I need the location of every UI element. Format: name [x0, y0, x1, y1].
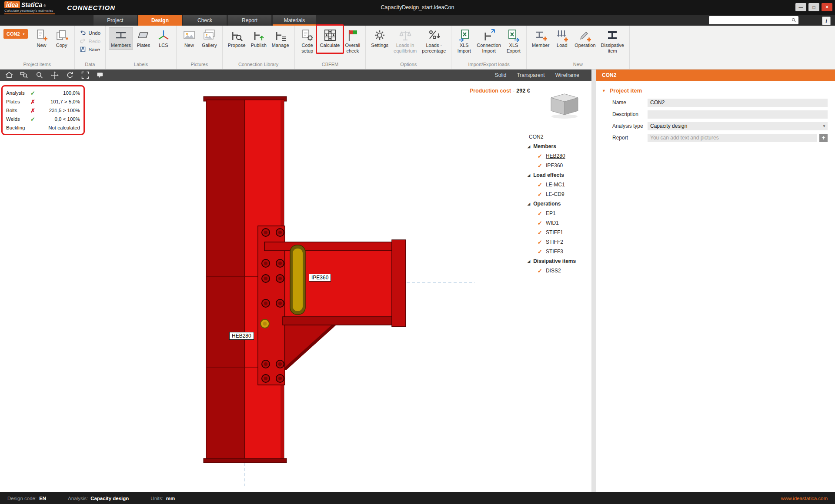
- check-icon: ✓: [538, 229, 542, 236]
- tree-group-load-effects[interactable]: ◢Load effects: [524, 170, 591, 180]
- ribbon-item-xls-import[interactable]: XLS Import: [454, 27, 474, 55]
- ribbon-item-member[interactable]: Member: [530, 27, 551, 50]
- tree-item-diss2[interactable]: ✓DISS2: [524, 266, 591, 275]
- fit-view-button[interactable]: [80, 70, 90, 80]
- ribbon-item-label: New: [184, 43, 194, 48]
- ribbon-item-new[interactable]: New: [32, 27, 51, 50]
- view-mode-solid[interactable]: Solid: [495, 72, 507, 78]
- ribbon-item-dissipative-item[interactable]: Dissipative item: [599, 27, 626, 55]
- panel-splitter[interactable]: [591, 70, 596, 492]
- ribbon-item-connection-import[interactable]: Connection Import: [474, 27, 503, 55]
- add-report-button[interactable]: +: [819, 134, 828, 142]
- ribbon-item-operation[interactable]: Operation: [572, 27, 598, 50]
- tree-item-stiff1[interactable]: ✓STIFF1: [524, 228, 591, 237]
- tab-project[interactable]: Project: [94, 15, 137, 26]
- tree-item-label: STIFF1: [546, 229, 563, 235]
- status-design-code: Design code:EN: [7, 496, 46, 501]
- document-title: CapacityDesign_start.ideaCon: [381, 4, 454, 10]
- navigation-cube[interactable]: [545, 91, 584, 122]
- ribbon-item-settings[interactable]: Settings: [369, 27, 391, 50]
- ideastatica-link[interactable]: www.ideastatica.com: [781, 496, 828, 501]
- connection-3d-model[interactable]: [0, 81, 591, 492]
- ribbon-item-loads-percentage[interactable]: Loads - percentage: [420, 27, 448, 55]
- tree-group-members[interactable]: ◢Members: [524, 142, 591, 151]
- ribbon-item-redo[interactable]: Redo: [78, 37, 103, 45]
- maximize-button[interactable]: □: [808, 3, 819, 11]
- ribbon-item-label: Operation: [574, 43, 595, 48]
- ribbon-group-title: Data: [78, 61, 103, 68]
- tree-item-ipe360[interactable]: ✓IPE360: [524, 161, 591, 170]
- check-icon: ✓: [538, 249, 542, 255]
- property-label: Analysis type: [612, 123, 648, 129]
- report-input[interactable]: You can add text and pictures: [648, 134, 817, 142]
- ribbon-item-propose[interactable]: Propose: [226, 27, 248, 50]
- tree-item-le-mc1[interactable]: ✓LE-MC1: [524, 180, 591, 189]
- tab-design[interactable]: Design: [138, 15, 182, 26]
- rotate-button[interactable]: [65, 70, 75, 80]
- analysis-row-bolts: Bolts✗231,5 > 100%: [6, 106, 80, 115]
- section-title: Project item: [610, 87, 642, 94]
- ribbon-item-xls-export[interactable]: XLS Export: [504, 27, 523, 55]
- ribbon-item-load[interactable]: Load: [552, 27, 571, 50]
- ribbon-item-plates[interactable]: Plates: [134, 27, 153, 50]
- analysis-row-label: Bolts: [6, 108, 30, 113]
- ribbon-item-copy[interactable]: Copy: [52, 27, 71, 50]
- statusbar: Design code:ENAnalysis:Capacity designUn…: [0, 492, 835, 504]
- home-icon: [5, 71, 13, 80]
- viewport-3d[interactable]: Analysis✓100,0%Plates✗101,7 > 5,0%Bolts✗…: [0, 81, 591, 492]
- tree-group-operations[interactable]: ◢Operations: [524, 199, 591, 209]
- pan-button[interactable]: [50, 70, 60, 80]
- ribbon-item-save[interactable]: Save: [78, 45, 102, 53]
- tree-item-stiff3[interactable]: ✓STIFF3: [524, 247, 591, 256]
- beam-label[interactable]: IPE360: [309, 274, 331, 282]
- view-mode-transparent[interactable]: Transparent: [517, 72, 544, 78]
- tree-group-dissipative-items[interactable]: ◢Dissipative items: [524, 256, 591, 266]
- ribbon-item-label: Gallery: [202, 43, 217, 48]
- view-mode-wireframe[interactable]: Wireframe: [555, 72, 579, 78]
- column-label[interactable]: HEB280: [229, 332, 254, 340]
- zoom-window-button[interactable]: [20, 70, 29, 80]
- tree-item-ep1[interactable]: ✓EP1: [524, 209, 591, 218]
- name-input[interactable]: CON2: [648, 99, 828, 107]
- info-button[interactable]: i: [822, 17, 831, 25]
- ribbon-item-con2-dropdown[interactable]: CON2▾: [3, 29, 28, 39]
- ribbon-item-label: XLS Import: [458, 43, 471, 53]
- tree-item-heb280[interactable]: ✓HEB280: [524, 151, 591, 161]
- search-box[interactable]: [709, 16, 798, 24]
- ribbon-item-code-setup[interactable]: Code setup: [298, 27, 317, 55]
- tree-item-wid1[interactable]: ✓WID1: [524, 218, 591, 228]
- tab-check[interactable]: Check: [183, 15, 227, 26]
- tree-item-stiff2[interactable]: ✓STIFF2: [524, 237, 591, 247]
- project-item-section-header[interactable]: ▼ Project item: [602, 87, 835, 94]
- tree-item-le-cd9[interactable]: ✓LE-CD9: [524, 189, 591, 199]
- ribbon-item-new[interactable]: New: [180, 27, 199, 50]
- ribbon-item-undo[interactable]: Undo: [78, 29, 103, 37]
- property-row-name: NameCON2: [612, 98, 835, 107]
- minimize-button[interactable]: —: [795, 3, 806, 11]
- viewport-tools: [4, 70, 105, 80]
- ribbon-item-gallery[interactable]: Gallery: [200, 27, 219, 50]
- ribbon-item-overall-check[interactable]: Overall check: [343, 27, 362, 55]
- ribbon-item-members[interactable]: Members: [109, 27, 133, 50]
- tree-root[interactable]: CON2: [524, 132, 591, 142]
- ribbon-item-lcs[interactable]: LCS: [154, 27, 173, 50]
- ribbon-item-loads-in-equilibrium[interactable]: Loads in equilibrium: [391, 27, 419, 55]
- analysis-type-dropdown[interactable]: Capacity design▼: [648, 122, 828, 130]
- description-input[interactable]: [648, 110, 828, 119]
- labels-button[interactable]: [96, 70, 105, 80]
- tab-report[interactable]: Report: [228, 15, 271, 26]
- expander-icon: ◢: [528, 202, 530, 206]
- tab-materials[interactable]: Materials: [273, 15, 316, 26]
- ribbon-item-label: Connection Import: [477, 43, 501, 53]
- close-button[interactable]: ✕: [822, 3, 832, 11]
- tree-group-label: Load effects: [533, 172, 564, 178]
- zoom-button[interactable]: [35, 70, 44, 80]
- logo-tagline: Calculate yesterday's estimates: [4, 9, 53, 13]
- home-button[interactable]: [4, 70, 14, 80]
- ribbon-item-publish[interactable]: Publish: [249, 27, 269, 50]
- ribbon-group-title: New: [530, 61, 626, 68]
- ribbon-item-label: Members: [111, 43, 131, 48]
- ribbon-item-manage[interactable]: Manage: [270, 27, 291, 50]
- search-input[interactable]: [709, 18, 791, 23]
- ribbon-item-calculate[interactable]: Calculate: [318, 27, 342, 50]
